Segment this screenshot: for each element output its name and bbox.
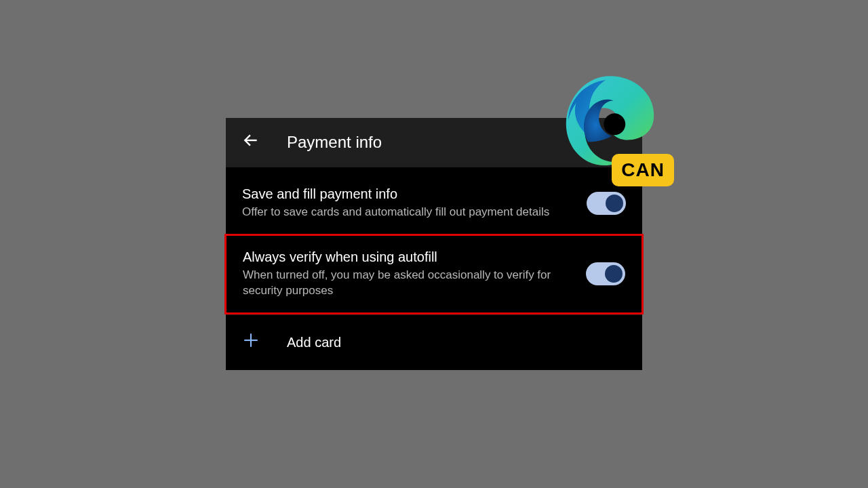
svg-point-3 xyxy=(604,113,625,135)
setting-description: Offer to save cards and automatically fi… xyxy=(242,205,573,220)
back-arrow-icon[interactable] xyxy=(242,131,260,153)
toggle-knob xyxy=(606,195,623,212)
canary-badge: CAN xyxy=(612,154,674,186)
setting-title: Save and fill payment info xyxy=(242,186,573,202)
plus-icon xyxy=(242,331,262,354)
toggle-knob xyxy=(605,265,623,283)
setting-text: Save and fill payment info Offer to save… xyxy=(242,186,587,220)
setting-title: Always verify when using autofill xyxy=(243,249,572,265)
add-card-button[interactable]: Add card xyxy=(226,314,642,370)
setting-text: Always verify when using autofill When t… xyxy=(243,249,586,299)
edge-canary-logo: CAN xyxy=(559,71,667,186)
setting-description: When turned off, you may be asked occasi… xyxy=(243,268,572,299)
page-title: Payment info xyxy=(287,133,382,152)
add-card-label: Add card xyxy=(287,335,341,350)
save-fill-toggle[interactable] xyxy=(587,192,626,215)
always-verify-setting: Always verify when using autofill When t… xyxy=(224,234,644,314)
always-verify-toggle[interactable] xyxy=(586,262,625,285)
